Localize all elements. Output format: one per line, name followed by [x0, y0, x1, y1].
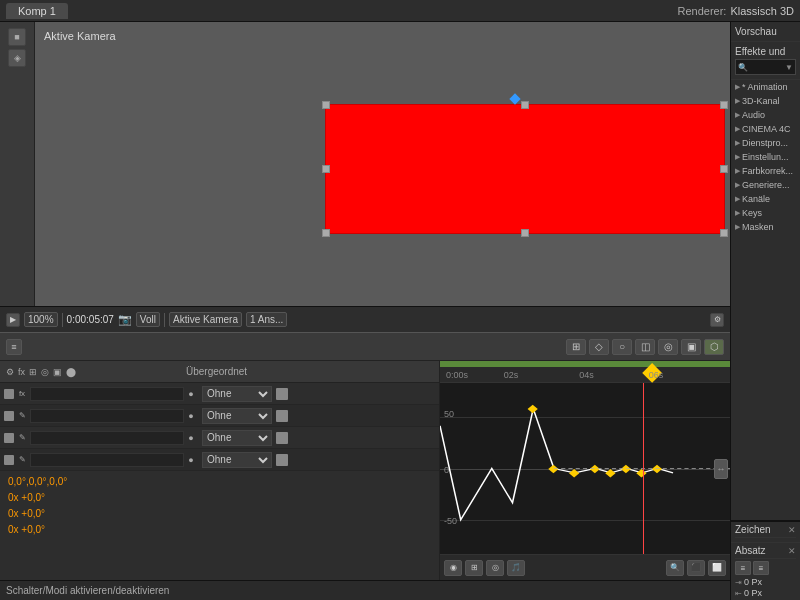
- handle-ml[interactable]: [322, 165, 330, 173]
- tl-icon-7[interactable]: ⬡: [704, 339, 724, 355]
- gb-btn-3[interactable]: ◎: [486, 560, 504, 576]
- gb-btn-1[interactable]: ◉: [444, 560, 462, 576]
- outdent-icon: ⇤: [735, 589, 742, 598]
- search-dropdown-icon[interactable]: ▼: [785, 63, 793, 72]
- svg-rect-4: [605, 469, 615, 477]
- effect-item-3[interactable]: ▶ CINEMA 4C: [731, 122, 800, 136]
- tl-icon-3[interactable]: ○: [612, 339, 632, 355]
- gb-btn-6[interactable]: ⬜: [708, 560, 726, 576]
- layer-mode-4[interactable]: Ohne: [202, 452, 272, 468]
- arrow-icon-5: ▶: [735, 153, 740, 161]
- layer-name-1: [30, 387, 184, 401]
- tl-icon-5[interactable]: ◎: [658, 339, 678, 355]
- timeline-toolbar: ≡ ⊞ ◇ ○ ◫ ◎ ▣ ⬡: [0, 333, 730, 361]
- tl-icon-6[interactable]: ▣: [681, 339, 701, 355]
- layer-row-3: ✎ ● Ohne: [0, 427, 439, 449]
- effect-label-6: Farbkorrek...: [742, 166, 793, 176]
- arrow-icon-10: ▶: [735, 223, 740, 231]
- view-options-btn[interactable]: ⚙: [710, 313, 724, 327]
- gb-btn-4[interactable]: 🎵: [507, 560, 525, 576]
- gb-btn-2[interactable]: ⊞: [465, 560, 483, 576]
- handle-tl[interactable]: [322, 101, 330, 109]
- indent-icon: ⇥: [735, 578, 742, 587]
- effect-item-2[interactable]: ▶ Audio: [731, 108, 800, 122]
- layer-vis-1[interactable]: ●: [184, 387, 198, 401]
- header-icon-4: ▣: [53, 367, 62, 377]
- prop-label-2[interactable]: 0x +0,0°: [8, 492, 45, 503]
- effect-item-1[interactable]: ▶ 3D-Kanal: [731, 94, 800, 108]
- vorschau-title: Vorschau: [735, 26, 796, 37]
- comp-tab[interactable]: Komp 1: [6, 3, 68, 19]
- status-text: Schalter/Modi aktivieren/deaktivieren: [6, 585, 169, 596]
- layer-cube-1: [276, 388, 288, 400]
- layer-mode-1[interactable]: Ohne: [202, 386, 272, 402]
- handle-br[interactable]: [720, 229, 728, 237]
- camera-icon: 📷: [118, 313, 132, 326]
- svg-rect-6: [636, 469, 646, 477]
- effect-item-10[interactable]: ▶ Masken: [731, 220, 800, 234]
- prop-label-4[interactable]: 0x +0,0°: [8, 524, 45, 535]
- zeichen-close-icon[interactable]: ✕: [788, 525, 796, 535]
- px-value-2: 0 Px: [744, 588, 762, 598]
- layer-pen-3: ✎: [16, 432, 28, 444]
- effect-item-6[interactable]: ▶ Farbkorrek...: [731, 164, 800, 178]
- layer-row-1: fx ● Ohne: [0, 383, 439, 405]
- layer-vis-2[interactable]: ●: [184, 409, 198, 423]
- absatz-close-icon[interactable]: ✕: [788, 546, 796, 556]
- layer-cube-4: [276, 454, 288, 466]
- gb-btn-5[interactable]: ⬛: [687, 560, 705, 576]
- timecode-display: 0:00:05:07: [67, 314, 114, 325]
- effect-label-9: Keys: [742, 208, 762, 218]
- absatz-section: Absatz ✕ ≡ ≡ ⇥ 0 Px ⇤ 0 Px: [731, 542, 800, 600]
- align-left-btn[interactable]: ≡: [735, 561, 751, 575]
- layer-pen-4: ✎: [16, 454, 28, 466]
- layer-vis-3[interactable]: ●: [184, 431, 198, 445]
- tl-icon-1[interactable]: ⊞: [566, 339, 586, 355]
- tool-icon-1[interactable]: ■: [8, 28, 26, 46]
- tl-icon-2[interactable]: ◇: [589, 339, 609, 355]
- play-button[interactable]: ▶: [6, 313, 20, 327]
- prop-label-3[interactable]: 0x +0,0°: [8, 508, 45, 519]
- effect-item-5[interactable]: ▶ Einstellun...: [731, 150, 800, 164]
- handle-bm[interactable]: [521, 229, 529, 237]
- renderer-value: Klassisch 3D: [730, 5, 794, 17]
- handle-bl[interactable]: [322, 229, 330, 237]
- view-select[interactable]: 1 Ans...: [246, 312, 287, 327]
- layer-icon-1: [4, 389, 14, 399]
- effect-item-4[interactable]: ▶ Dienstpro...: [731, 136, 800, 150]
- header-icon-3: ◎: [41, 367, 49, 377]
- align-center-btn[interactable]: ≡: [753, 561, 769, 575]
- svg-rect-2: [569, 469, 579, 477]
- layer-mode-2[interactable]: Ohne: [202, 408, 272, 424]
- header-icon-2: ⊞: [29, 367, 37, 377]
- camera-select[interactable]: Aktive Kamera: [169, 312, 242, 327]
- tl-icon-4[interactable]: ◫: [635, 339, 655, 355]
- quality-select[interactable]: Voll: [136, 312, 160, 327]
- layer-icon-3: [4, 433, 14, 443]
- arrow-icon-0: ▶: [735, 83, 740, 91]
- zoom-select[interactable]: 100%: [24, 312, 58, 327]
- svg-rect-1: [548, 465, 558, 473]
- search-input[interactable]: [750, 62, 785, 72]
- layer-icon-4: [4, 455, 14, 465]
- prop-label-1[interactable]: 0,0°,0,0°,0,0°: [8, 476, 67, 487]
- effects-list: ▶ * Animation ▶ 3D-Kanal ▶ Audio ▶ CINEM…: [731, 80, 800, 520]
- tl-menu-btn[interactable]: ≡: [6, 339, 22, 355]
- handle-tr[interactable]: [720, 101, 728, 109]
- handle-tm[interactable]: [521, 101, 529, 109]
- red-rectangle: [325, 104, 725, 234]
- viewport-toolbar: ▶ 100% 0:00:05:07 📷 Voll Aktive Kamera 1…: [0, 306, 730, 332]
- handle-mr[interactable]: [720, 165, 728, 173]
- tool-icon-2[interactable]: ◈: [8, 49, 26, 67]
- effect-label-5: Einstellun...: [742, 152, 789, 162]
- gb-zoom-in[interactable]: 🔍: [666, 560, 684, 576]
- scroll-handle[interactable]: ↔: [714, 459, 728, 479]
- effect-item-8[interactable]: ▶ Kanäle: [731, 192, 800, 206]
- layer-fx-btn-1[interactable]: fx: [16, 388, 28, 400]
- effect-item-7[interactable]: ▶ Generiere...: [731, 178, 800, 192]
- effect-item-9[interactable]: ▶ Keys: [731, 206, 800, 220]
- effect-item-0[interactable]: ▶ * Animation: [731, 80, 800, 94]
- layer-mode-3[interactable]: Ohne: [202, 430, 272, 446]
- header-fx: fx: [18, 367, 25, 377]
- layer-vis-4[interactable]: ●: [184, 453, 198, 467]
